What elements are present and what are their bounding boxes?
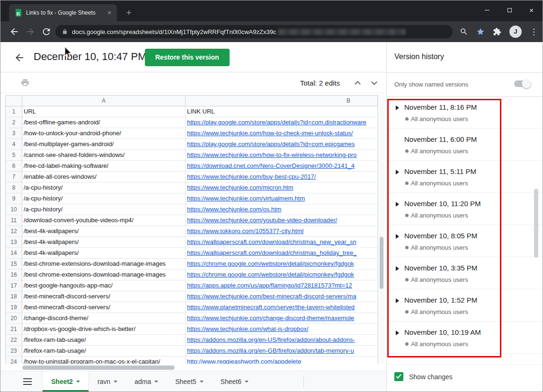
expand-arrow-icon[interactable]: [396, 170, 399, 174]
row-number[interactable]: 1: [5, 106, 22, 117]
cell-url[interactable]: /best-minecraft-discord-servers/: [22, 302, 186, 313]
row-number[interactable]: 8: [5, 183, 22, 193]
row-number[interactable]: 4: [5, 139, 22, 150]
sheet-tab[interactable]: Sheet6: [212, 371, 257, 392]
cell-url[interactable]: /firefox-ram-tab-usage/: [22, 335, 186, 346]
row-number[interactable]: 10: [5, 204, 22, 215]
sidebar-scrollbar-thumb[interactable]: [534, 189, 538, 258]
minimize-button[interactable]: [476, 0, 498, 19]
cell-link-url[interactable]: https://wallpaperscraft.com/download/chr…: [186, 248, 378, 259]
sheet-tab-caret-icon[interactable]: [200, 381, 204, 383]
close-button[interactable]: ×: [520, 0, 543, 19]
version-entry[interactable]: November 10, 3:35 PM All anonymous users: [387, 257, 543, 289]
column-header-a[interactable]: A: [22, 96, 186, 106]
cell-link-url[interactable]: https://www.tokkoro.com/1055377-city.htm…: [186, 226, 378, 237]
sheet-tab-caret-icon[interactable]: [76, 381, 80, 383]
cell-url[interactable]: /dropbox-vs-google-drive-which-is-better…: [22, 324, 186, 335]
restore-version-button[interactable]: Restore this version: [145, 49, 230, 66]
cell-url[interactable]: /best-4k-wallpapers/: [22, 237, 186, 248]
grid-vertical-scrollbar-thumb[interactable]: [380, 237, 383, 289]
cell-url[interactable]: /how-to-uninstall-program-on-mac-os-x-el…: [22, 357, 186, 364]
cell-link-url[interactable]: https://www.techjunkie.com/change-discor…: [186, 313, 378, 324]
select-all-corner[interactable]: [5, 96, 22, 106]
cell-url[interactable]: /best-multiplayer-games-android/: [22, 139, 186, 150]
zoom-icon[interactable]: [460, 27, 468, 36]
expand-arrow-icon[interactable]: [396, 298, 399, 303]
cell-url[interactable]: /a-cpu-history/: [22, 193, 186, 204]
show-changes-checkbox[interactable]: [394, 372, 403, 381]
cell-link-url[interactable]: http://www.reggieashworth.com/appdelete: [186, 357, 378, 364]
cell-url[interactable]: /download-convert-youtube-videos-mp4/: [22, 215, 186, 226]
row-number[interactable]: 5: [5, 150, 22, 161]
cell-link-url[interactable]: https://www.techjunkie.com/micron.htm: [186, 183, 378, 193]
expand-arrow-icon[interactable]: [396, 266, 399, 271]
sheet-tab[interactable]: Sheet2: [42, 371, 89, 392]
cell-link-url[interactable]: https://addons.mozilla.org/en-US/firefox…: [186, 335, 378, 346]
cell-link-url[interactable]: https://addons.mozilla.org/en-GB/firefox…: [186, 346, 378, 357]
sheet-tab[interactable]: adma: [126, 371, 167, 392]
grid-vertical-scrollbar[interactable]: [378, 95, 384, 364]
cell-url[interactable]: /a-cpu-history/: [22, 204, 186, 215]
cell-url[interactable]: /best-minecraft-discord-servers/: [22, 291, 186, 302]
version-entry[interactable]: November 11, 8:16 PM All anonymous users: [387, 96, 543, 129]
extensions-puzzle-icon[interactable]: [493, 27, 501, 36]
cell-link-url[interactable]: https://www.techjunkie.com/os.htm: [186, 204, 378, 215]
cell-url[interactable]: /firefox-ram-tab-usage/: [22, 346, 186, 357]
cell-url[interactable]: /best-chrome-extensions-download-manage-…: [22, 270, 186, 280]
row-number[interactable]: 13: [5, 237, 22, 248]
cell-url[interactable]: /best-offline-games-android/: [22, 117, 186, 128]
named-versions-toggle[interactable]: [514, 80, 530, 87]
all-sheets-menu-icon[interactable]: [23, 378, 32, 379]
cell-link-url[interactable]: https://play.google.com/store/apps/detai…: [186, 139, 378, 150]
cell-url[interactable]: /best-4k-wallpapers/: [22, 226, 186, 237]
cell-url[interactable]: /best-4k-wallpapers/: [22, 248, 186, 259]
row-number[interactable]: 18: [5, 291, 22, 302]
tab-close-icon[interactable]: ×: [106, 9, 113, 17]
row-number[interactable]: 6: [5, 161, 22, 172]
expand-arrow-icon[interactable]: [396, 202, 399, 207]
row-number[interactable]: 17: [5, 280, 22, 291]
cell-link-url[interactable]: https://www.techjunkie.com/what-is-dropb…: [186, 324, 378, 335]
version-entry[interactable]: November 10, 8:05 PM All anonymous users: [387, 225, 543, 257]
version-entry[interactable]: November 10, 1:52 PM All anonymous users: [387, 289, 543, 322]
cell-link-url[interactable]: https://www.techjunkie.com/virtualmem.ht…: [186, 193, 378, 204]
back-to-sheet-icon[interactable]: [14, 52, 25, 63]
row-number[interactable]: 24: [5, 357, 22, 364]
next-edit-chevron-icon[interactable]: [371, 79, 377, 85]
refresh-icon[interactable]: [41, 26, 52, 37]
cell-url[interactable]: URL: [22, 106, 186, 117]
cell-url[interactable]: /best-chrome-extensions-download-manage-…: [22, 259, 186, 270]
row-number[interactable]: 21: [5, 324, 22, 335]
grid-horizontal-scrollbar-thumb[interactable]: [22, 366, 175, 370]
row-number[interactable]: 19: [5, 302, 22, 313]
row-number[interactable]: 7: [5, 172, 22, 183]
cell-link-url[interactable]: LINK URL: [186, 106, 378, 117]
row-number[interactable]: 11: [5, 215, 22, 226]
cell-link-url[interactable]: https://play.google.com/store/apps/detai…: [186, 117, 378, 128]
sheet-tab-caret-icon[interactable]: [154, 381, 158, 383]
cell-link-url[interactable]: https://chrome.google.com/webstore/detai…: [186, 259, 378, 270]
row-number[interactable]: 20: [5, 313, 22, 324]
cell-link-url[interactable]: https://apps.apple.com/us/app/flamingo/i…: [186, 280, 378, 291]
sheet-tab-caret-icon[interactable]: [114, 381, 117, 383]
cell-url[interactable]: /best-google-hangouts-app-mac/: [22, 280, 186, 291]
sheet-tab[interactable]: ravn: [89, 371, 126, 392]
cell-url[interactable]: /change-discord-theme/: [22, 313, 186, 324]
expand-arrow-icon[interactable]: [396, 234, 399, 239]
cell-link-url[interactable]: https://www.techjunkie.com/how-to-fix-wi…: [186, 150, 378, 161]
back-icon[interactable]: [9, 26, 19, 37]
grid-horizontal-scrollbar[interactable]: [5, 365, 378, 370]
row-number[interactable]: 16: [5, 270, 22, 280]
cell-link-url[interactable]: https://chrome.google.com/webstore/detai…: [186, 270, 378, 280]
cell-link-url[interactable]: https://www.techjunkie.com/buy-best-cpu-…: [186, 172, 378, 183]
column-header-b[interactable]: B: [186, 96, 378, 106]
cell-link-url[interactable]: https://www.techjunkie.com/youtube-video…: [186, 215, 378, 226]
cell-url[interactable]: /how-to-unlock-your-android-phone/: [22, 128, 186, 139]
version-entry[interactable]: November 10, 11:20 PM All anonymous user…: [387, 193, 543, 225]
expand-arrow-icon[interactable]: [396, 331, 399, 335]
previous-edit-chevron-icon[interactable]: [355, 81, 361, 87]
forward-icon[interactable]: [25, 26, 36, 37]
row-number[interactable]: 2: [5, 117, 22, 128]
row-number[interactable]: 15: [5, 259, 22, 270]
row-number[interactable]: 14: [5, 248, 22, 259]
